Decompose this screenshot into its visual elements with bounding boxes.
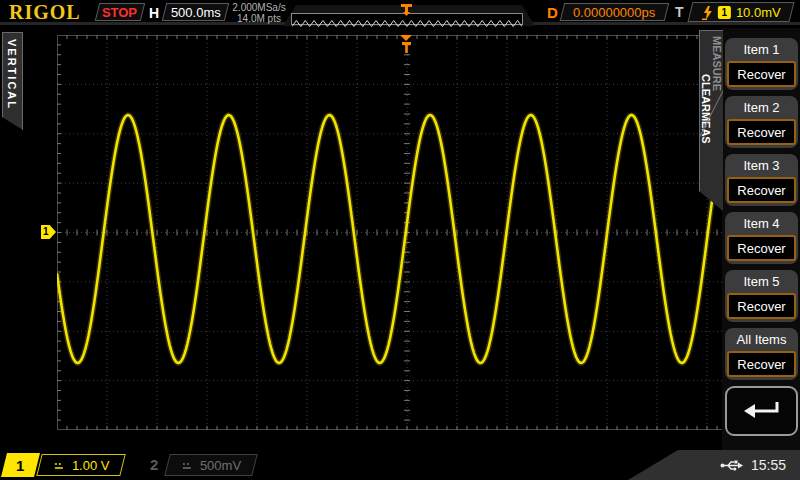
waveform-display-area: VERTICAL 1: [0, 28, 800, 450]
memory-depth: 14.0M pts: [230, 13, 288, 24]
trigger-channel-chip: 1: [718, 6, 731, 19]
channel2-scale-value: 500mV: [200, 458, 241, 473]
menu-item-1-group[interactable]: Item 1 Recover: [725, 38, 798, 90]
acquisition-info: 2.000MSa/s 14.0M pts: [230, 2, 288, 24]
recover-item5-button[interactable]: Recover: [727, 293, 796, 319]
sample-rate: 2.000MSa/s: [230, 2, 288, 13]
menu-title-tab[interactable]: MEASURE CLEARMEAS: [699, 30, 723, 211]
graticule-grid: [57, 35, 757, 430]
delay-label: D: [547, 4, 558, 21]
timebase-box[interactable]: 500.0ms: [162, 3, 229, 21]
horizontal-label: H: [149, 5, 159, 21]
usb-icon: [720, 459, 744, 472]
menu-item-label: Item 1: [725, 38, 798, 61]
menu-item-label: Item 4: [725, 212, 798, 235]
recover-all-items-button[interactable]: Recover: [727, 351, 796, 377]
tab-vertical[interactable]: VERTICAL: [2, 32, 23, 130]
trigger-position-icon[interactable]: [401, 4, 412, 16]
channel1-scale-value: 1.00 V: [72, 458, 110, 473]
menu-item-5-group[interactable]: Item 5 Recover: [725, 270, 798, 322]
delay-box[interactable]: 0.00000000ps: [560, 3, 669, 21]
trigger-level-value: 10.0mV: [736, 5, 781, 20]
tab-vertical-label: VERTICAL: [6, 39, 18, 110]
run-status-text: STOP: [102, 5, 137, 20]
recover-item1-button[interactable]: Recover: [727, 61, 796, 87]
channel1-position-marker[interactable]: 1: [41, 225, 56, 239]
footer-right-area: 15:55: [628, 450, 800, 480]
clock-time: 15:55: [751, 457, 786, 473]
delay-value: 0.00000000ps: [573, 5, 655, 20]
return-arrow-icon: [742, 399, 782, 423]
menu-item-3-group[interactable]: Item 3 Recover: [725, 154, 798, 206]
menu-all-items-group[interactable]: All Items Recover: [725, 328, 798, 380]
channel1-scale-box[interactable]: 1.00 V: [36, 454, 125, 476]
recover-item4-button[interactable]: Recover: [727, 235, 796, 261]
channel2-number[interactable]: 2: [150, 456, 158, 473]
dc-coupling-icon: [53, 461, 65, 469]
menu-parent-label: MEASURE: [711, 36, 723, 91]
rigol-logo: RIGOL: [9, 1, 81, 24]
menu-item-label: Item 3: [725, 154, 798, 177]
preview-waveform-icon: [292, 18, 522, 28]
channel1-badge[interactable]: 1: [1, 453, 40, 477]
dc-coupling-icon: [181, 461, 193, 469]
top-status-bar: RIGOL STOP H 500.0ms 2.000MSa/s 14.0M pt…: [0, 0, 800, 25]
run-status-badge: STOP: [95, 3, 145, 21]
menu-item-2-group[interactable]: Item 2 Recover: [725, 96, 798, 148]
trigger-info-box[interactable]: 1 10.0mV: [688, 2, 795, 22]
recover-item2-button[interactable]: Recover: [727, 119, 796, 145]
menu-item-label: All Items: [725, 328, 798, 351]
menu-item-label: Item 2: [725, 96, 798, 119]
back-button[interactable]: [725, 386, 798, 436]
soft-menu-panel: MEASURE CLEARMEAS Item 1 Recover Item 2 …: [722, 28, 800, 450]
bottom-status-bar: 15:55 1 1.00 V 2 500mV: [0, 450, 800, 480]
trigger-position-grid-icon: [400, 35, 413, 53]
channel2-scale-box[interactable]: 500mV: [164, 454, 257, 476]
edge-trigger-icon: [702, 5, 713, 19]
menu-items-column: Item 1 Recover Item 2 Recover Item 3 Rec…: [725, 38, 798, 436]
timebase-value: 500.0ms: [171, 5, 221, 20]
menu-item-4-group[interactable]: Item 4 Recover: [725, 212, 798, 264]
trigger-label: T: [675, 4, 684, 20]
menu-item-label: Item 5: [725, 270, 798, 293]
recover-item3-button[interactable]: Recover: [727, 177, 796, 203]
oscilloscope-screen: RIGOL STOP H 500.0ms 2.000MSa/s 14.0M pt…: [0, 0, 800, 480]
